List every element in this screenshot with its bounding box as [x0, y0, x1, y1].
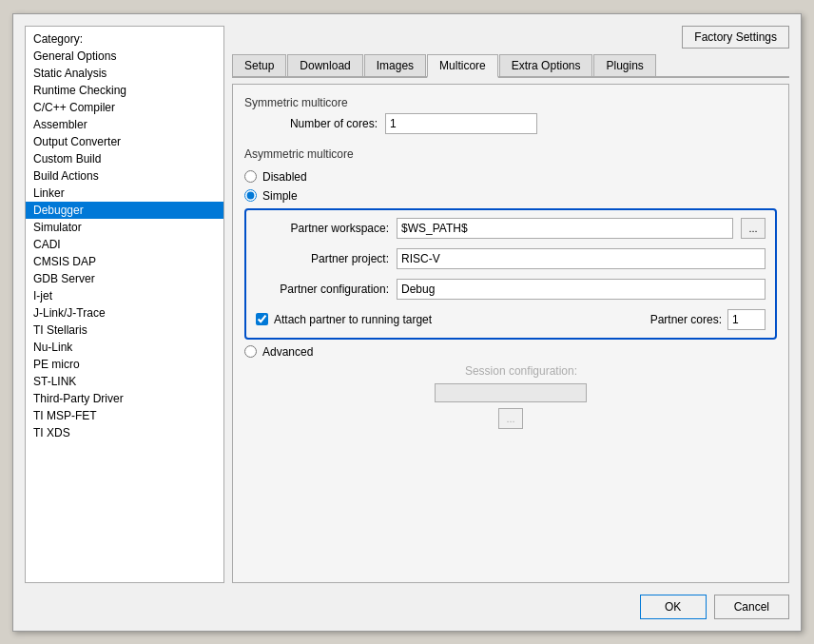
sidebar-item-i-jet[interactable]: I-jet — [26, 287, 223, 304]
tab-content-multicore: Symmetric multicore Number of cores: Asy… — [232, 84, 789, 583]
tab-images[interactable]: Images — [364, 54, 426, 76]
radio-disabled-label: Disabled — [262, 170, 307, 184]
radio-simple-input[interactable] — [244, 189, 257, 202]
sidebar-item-runtime-checking[interactable]: Runtime Checking — [26, 82, 223, 99]
partner-workspace-browse-button[interactable]: ... — [741, 218, 766, 239]
attach-partner-checkbox[interactable] — [256, 313, 268, 325]
sidebar-item-output-converter[interactable]: Output Converter — [26, 133, 223, 150]
session-config-label: Session configuration: — [444, 364, 577, 378]
radio-advanced-input[interactable] — [244, 345, 257, 358]
sidebar-item-pe-micro[interactable]: PE micro — [26, 356, 223, 373]
sidebar-item-ti-stellaris[interactable]: TI Stellaris — [26, 322, 223, 339]
sidebar-item-debugger[interactable]: Debugger — [26, 202, 223, 219]
radio-advanced[interactable]: Advanced — [244, 345, 777, 359]
ok-button[interactable]: OK — [640, 595, 707, 619]
tab-download[interactable]: Download — [287, 54, 362, 76]
sidebar-item-simulator[interactable]: Simulator — [26, 219, 223, 236]
partner-project-row: Partner project: — [256, 248, 766, 269]
simple-box: Partner workspace: ... Partner project: … — [244, 208, 777, 340]
session-config-row: Session configuration: ... — [244, 364, 777, 429]
partner-workspace-label: Partner workspace: — [256, 222, 389, 235]
sidebar-item-cadi[interactable]: CADI — [26, 236, 223, 253]
sidebar-item-jlink-jtrace[interactable]: J-Link/J-Trace — [26, 304, 223, 322]
tab-extra-options[interactable]: Extra Options — [499, 54, 593, 76]
num-cores-label: Number of cores: — [244, 117, 378, 130]
tab-plugins[interactable]: Plugins — [593, 54, 655, 76]
attach-partner-label: Attach partner to running target — [274, 313, 432, 326]
sidebar-item-cpp-compiler[interactable]: C/C++ Compiler — [26, 99, 223, 116]
partner-config-label: Partner configuration: — [256, 283, 389, 296]
tab-setup[interactable]: Setup — [232, 54, 286, 76]
radio-advanced-label: Advanced — [262, 345, 313, 359]
partner-cores-label: Partner cores: — [650, 313, 722, 326]
partner-config-row: Partner configuration: — [256, 279, 766, 300]
partner-workspace-input[interactable] — [397, 218, 733, 239]
cancel-button[interactable]: Cancel — [714, 595, 789, 619]
sidebar-item-gdb-server[interactable]: GDB Server — [26, 270, 223, 287]
radio-disabled[interactable]: Disabled — [244, 170, 777, 184]
num-cores-row: Number of cores: — [244, 113, 777, 134]
attach-partner-row: Attach partner to running target Partner… — [256, 309, 766, 330]
main-panel: Factory Settings SetupDownloadImagesMult… — [232, 26, 789, 583]
tab-multicore[interactable]: Multicore — [427, 54, 498, 78]
radio-simple[interactable]: Simple — [244, 189, 777, 203]
factory-settings-button[interactable]: Factory Settings — [682, 26, 789, 49]
asymmetric-section: Asymmetric multicore Disabled Simple — [244, 147, 777, 433]
sidebar-item-st-link[interactable]: ST-LINK — [26, 373, 223, 390]
radio-simple-label: Simple — [262, 189, 298, 203]
partner-project-label: Partner project: — [256, 252, 389, 265]
sidebar-item-third-party-driver[interactable]: Third-Party Driver — [26, 390, 223, 407]
sidebar-item-custom-build[interactable]: Custom Build — [26, 150, 223, 167]
tabs-row: SetupDownloadImagesMulticoreExtra Option… — [232, 54, 789, 78]
sidebar-item-assembler[interactable]: Assembler — [26, 116, 223, 133]
sidebar-item-linker[interactable]: Linker — [26, 185, 223, 202]
factory-settings-row: Factory Settings — [232, 26, 789, 49]
sidebar-item-ti-xds[interactable]: TI XDS — [26, 424, 223, 441]
sidebar-item-ti-msp-fet[interactable]: TI MSP-FET — [26, 407, 223, 424]
sidebar-item-build-actions[interactable]: Build Actions — [26, 167, 223, 185]
session-config-input — [435, 383, 587, 402]
sidebar-item-cmsis-dap[interactable]: CMSIS DAP — [26, 253, 223, 270]
partner-project-input[interactable] — [397, 248, 766, 269]
partner-workspace-row: Partner workspace: ... — [256, 218, 766, 239]
asymmetric-label: Asymmetric multicore — [244, 147, 777, 161]
sidebar-item-general-options[interactable]: General Options — [26, 48, 223, 65]
dialog-body: Category: General OptionsStatic Analysis… — [25, 26, 789, 583]
num-cores-input[interactable] — [385, 113, 537, 134]
dialog-footer: OK Cancel — [25, 591, 789, 619]
partner-config-input[interactable] — [397, 279, 766, 300]
partner-cores-inline: Partner cores: — [650, 309, 766, 330]
symmetric-section: Symmetric multicore Number of cores: — [244, 96, 777, 138]
sidebar-item-static-analysis[interactable]: Static Analysis — [26, 65, 223, 82]
partner-cores-input[interactable] — [727, 309, 766, 330]
main-dialog: Category: General OptionsStatic Analysis… — [12, 13, 802, 632]
sidebar: Category: General OptionsStatic Analysis… — [25, 26, 224, 583]
sidebar-header: Category: — [26, 27, 223, 48]
symmetric-label: Symmetric multicore — [244, 96, 777, 109]
radio-disabled-input[interactable] — [244, 170, 257, 183]
sidebar-item-nu-link[interactable]: Nu-Link — [26, 339, 223, 356]
sidebar-list: General OptionsStatic AnalysisRuntime Ch… — [26, 48, 223, 582]
session-config-browse-button: ... — [498, 408, 523, 429]
